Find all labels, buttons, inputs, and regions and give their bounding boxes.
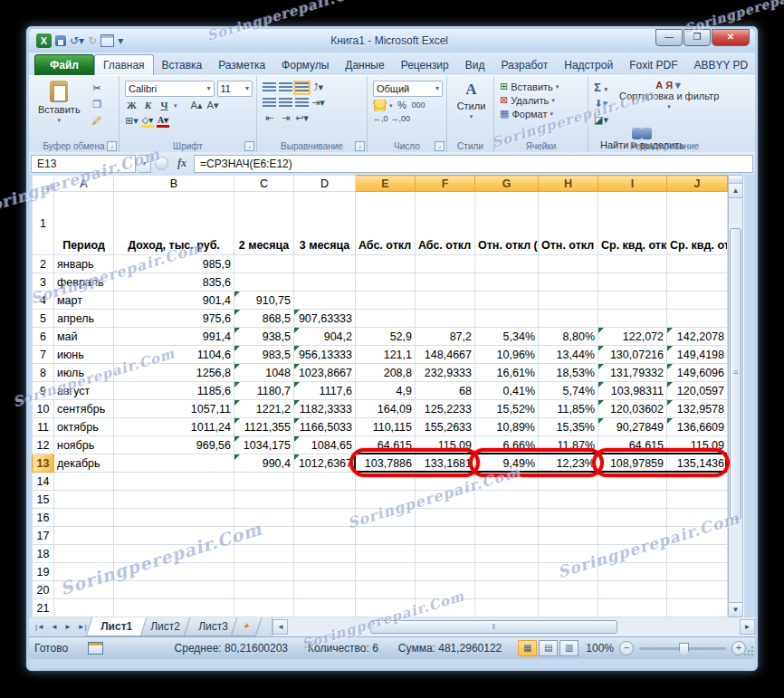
shrink-font-icon[interactable]: A▾ [206,99,220,112]
cell-G5[interactable] [475,310,539,328]
cell-D17[interactable] [294,527,356,545]
cell-G10[interactable]: 15,52% [475,400,539,418]
sort-filter-button[interactable]: А Я▼ Сортировка и фильтр ▾ [617,79,722,113]
column-header-C[interactable]: C [234,176,294,192]
tab-data[interactable]: Данные [337,55,392,75]
cell-H11[interactable]: 15,35% [539,418,598,436]
cell-J20[interactable] [667,581,728,599]
cell-F13[interactable]: 133,1681 [416,454,475,473]
cell-F21[interactable] [416,599,475,617]
cell-F4[interactable] [416,292,475,310]
insert-function-icon[interactable]: fx [172,157,192,170]
cell-C17[interactable] [234,527,294,545]
cell-F9[interactable]: 68 [416,382,475,400]
increase-indent-icon[interactable]: ⇥ [279,111,292,125]
cell-H12[interactable]: 11,87% [539,436,598,454]
cell-F12[interactable]: 115,09 [416,436,475,454]
zoom-out-icon[interactable]: − [619,641,634,655]
cell-G2[interactable] [475,255,539,273]
cell-C9[interactable]: 1180,7 [234,382,294,400]
cell-D14[interactable] [294,473,356,491]
row-header-21[interactable]: 21 [33,599,54,617]
align-left-icon[interactable] [263,98,276,109]
cell-B21[interactable] [114,599,234,617]
cell-G13[interactable]: 9,49% [475,454,539,473]
formula-bar-options-icon[interactable] [155,157,168,170]
next-sheet-icon[interactable]: ► [62,621,74,633]
align-center-icon[interactable] [279,98,292,109]
cell-G3[interactable] [475,273,539,292]
cell-B8[interactable]: 1256,8 [114,364,234,382]
cell-F10[interactable]: 125,2233 [416,400,475,418]
cell-G9[interactable]: 0,41% [475,382,539,400]
cell-B9[interactable]: 1185,6 [114,382,234,400]
cell-A10[interactable]: сентябрь [54,400,114,418]
cell-D3[interactable] [294,273,356,292]
cell-D9[interactable]: 1117,6 [294,382,356,400]
row-header-15[interactable]: 15 [33,491,54,509]
cell-H2[interactable] [539,255,598,273]
cell-E2[interactable] [356,255,416,273]
cell-H1[interactable]: Отн. откл (3м) [539,192,598,255]
cell-D16[interactable] [294,509,356,527]
name-box-dropdown-icon[interactable]: ▾ [138,155,151,173]
cell-A17[interactable] [54,527,114,545]
cell-I11[interactable]: 90,27849 [598,418,667,436]
first-sheet-icon[interactable]: |◄ [33,621,47,633]
cell-D18[interactable] [294,545,356,563]
cell-F5[interactable] [416,310,475,328]
macro-record-icon[interactable] [88,642,103,655]
column-header-I[interactable]: I [598,176,667,192]
vertical-scrollbar[interactable]: ▲ ▼ [728,175,743,617]
cell-I21[interactable] [598,599,667,617]
cell-H19[interactable] [539,563,598,581]
cell-E7[interactable]: 121,1 [356,346,416,364]
cell-J9[interactable]: 120,0597 [667,382,728,400]
row-header-20[interactable]: 20 [33,581,54,599]
cell-F15[interactable] [416,491,475,509]
cell-J21[interactable] [667,599,728,617]
cell-G4[interactable] [475,292,539,310]
paste-button[interactable]: Вставить ▾ [34,79,84,126]
cell-J1[interactable]: Ср. квд. откл. (3 м) [667,192,728,255]
row-header-4[interactable]: 4 [33,292,54,310]
cell-F18[interactable] [416,545,475,563]
bold-button[interactable]: Ж [125,99,139,112]
cell-E16[interactable] [356,509,416,527]
cell-F20[interactable] [416,581,475,599]
column-header-H[interactable]: H [539,176,598,192]
cell-I7[interactable]: 130,07216 [598,346,667,364]
row-header-7[interactable]: 7 [33,346,54,364]
cell-H14[interactable] [539,473,598,491]
align-middle-icon[interactable] [279,82,292,93]
cell-B14[interactable] [114,473,234,491]
zoom-level[interactable]: 100% [586,642,614,655]
comma-format-icon[interactable]: 000 [412,99,425,112]
save-button[interactable] [55,35,66,46]
cell-C21[interactable] [234,599,294,617]
cell-I17[interactable] [598,527,667,545]
cell-J11[interactable]: 136,6609 [667,418,728,436]
tab-view[interactable]: Вид [457,55,493,75]
cell-D12[interactable]: 1084,65 [294,436,356,454]
cell-E11[interactable]: 110,115 [356,418,416,436]
cell-J13[interactable]: 135,1436 [667,454,728,473]
align-top-icon[interactable] [263,82,276,93]
cell-F1[interactable]: Абс. откл (3м) [416,192,475,255]
cell-A6[interactable]: май [54,328,114,346]
cell-F7[interactable]: 148,4667 [416,346,475,364]
cell-F3[interactable] [416,273,475,292]
cell-B20[interactable] [114,581,234,599]
alignment-dialog-launcher[interactable]: ⌟ [355,141,365,151]
cell-E20[interactable] [356,581,416,599]
copy-icon[interactable]: ❐ [91,98,104,111]
decrease-decimal-icon[interactable]: →,00 [391,114,411,123]
font-dialog-launcher[interactable]: ⌟ [244,141,254,151]
cell-A4[interactable]: март [54,292,114,310]
row-header-8[interactable]: 8 [33,364,54,382]
cell-C18[interactable] [234,545,294,563]
cell-D20[interactable] [294,581,356,599]
row-header-13[interactable]: 13 [33,454,54,473]
cell-A7[interactable]: июнь [54,346,114,364]
scroll-up-icon[interactable]: ▲ [729,184,742,198]
